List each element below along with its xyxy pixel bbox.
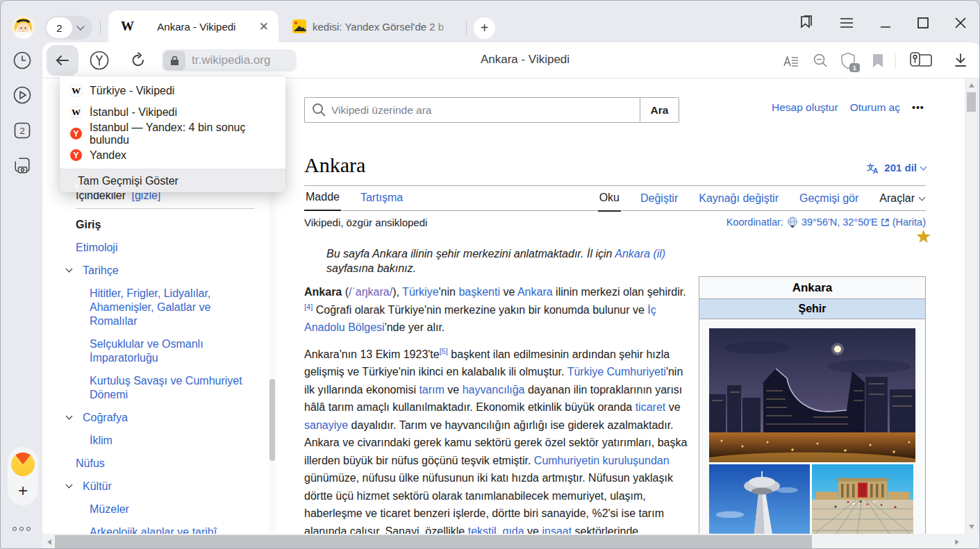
search-input[interactable] [304,97,640,123]
history-item-istanbul-yandex[interactable]: Y Istanbul — Yandex: 4 bin sonuç bulundu [60,123,285,144]
yandex-favicon-icon: Y [70,149,82,161]
toc-item-selcuklular[interactable]: Selçuklular ve Osmanlı İmparatorluğu [66,337,248,365]
sidebar-more-button[interactable] [1,521,42,534]
tab-oku[interactable]: Oku [598,192,621,212]
close-tab-icon[interactable]: ✕ [259,19,269,34]
refresh-icon [130,52,147,69]
yandex-favicon-icon: Y [70,128,82,140]
site-tagline: Vikipedi, özgür ansiklopedi [304,217,427,228]
chevron-down-icon[interactable] [66,482,73,489]
history-item-turkiye[interactable]: W Türkiye - Vikipedi [60,80,285,101]
coordinates: Koordinatlar: 39°56′N, 32°50′E (Harita) [726,217,926,228]
tab-degistir[interactable]: Değiştir [639,192,679,211]
login-link[interactable]: Oturum aç [850,101,900,114]
article-title: Ankara [304,153,926,177]
screenshot-sidebar-button[interactable] [13,155,32,175]
scroll-up-arrow[interactable] [965,80,977,91]
toc-item-hititler[interactable]: Hititler, Frigler, Lidyalılar, Ahamenişl… [66,287,248,328]
maximize-button[interactable] [915,15,931,31]
divider [466,21,467,35]
search-button[interactable]: Ara [640,97,679,123]
protect-shield-button[interactable]: 1 [836,51,860,70]
downloads-button[interactable] [949,51,972,70]
scrollbar-corner [965,534,980,549]
profile-avatar[interactable] [12,16,35,39]
dot-icon [26,527,31,531]
collections-button[interactable] [908,51,934,70]
anitkabir-mausoleum-image[interactable] [812,464,913,534]
bookmark-page-button[interactable] [867,51,888,70]
toc-item-muzeler[interactable]: Müzeler [66,502,248,516]
secure-badge[interactable] [163,51,185,70]
tab-araclar[interactable]: Araçlar [878,192,926,211]
tab-ankara-vikipedi[interactable]: W Ankara - Vikipedi ✕ [108,10,279,42]
address-bar[interactable]: tr.wikipedia.org [162,49,297,71]
toc-scrollbar[interactable] [269,189,276,534]
back-button[interactable] [47,45,78,76]
coordinates-value[interactable]: 39°56′N, 32°50′E [802,217,878,228]
translate-icon: 文 A [867,162,880,174]
history-item-istanbul-vikipedi[interactable]: W İstanbul - Vikipedi [60,101,285,123]
horizontal-scrollbar-thumb[interactable] [55,535,812,548]
divider [76,208,254,209]
create-account-link[interactable]: Hesap oluştur [772,101,838,114]
chevron-down-icon[interactable] [66,266,73,273]
tab-madde[interactable]: Madde [304,191,341,211]
chevron-down-icon[interactable] [66,413,73,420]
zoom-page-button[interactable] [809,51,831,70]
scroll-down-arrow[interactable] [965,521,977,532]
vertical-scrollbar[interactable] [965,78,977,534]
toc-item-kultur[interactable]: Kültür [66,480,240,493]
player-sidebar-button[interactable] [13,85,32,105]
tab-title: kedisi: Yandex Görsel'de 2 b [313,21,444,33]
refresh-button[interactable] [124,45,152,76]
scroll-left-arrow[interactable] [44,534,55,549]
browser-menu-button[interactable] [838,15,855,31]
tab-kaynagi-degistir[interactable]: Kaynağı değiştir [697,192,780,211]
add-app-button[interactable]: + [18,483,28,498]
toc-item-etimoloji[interactable]: Etimoloji [66,241,240,255]
toc-item-tarihce[interactable]: Tarihçe [66,264,240,278]
clock-history-icon [13,51,32,70]
article-body: Bu sayfa Ankara ilinin şehir merkezini a… [304,246,691,534]
ankara-skyline-night-image[interactable] [709,328,915,462]
browser-window: 2 W Ankara - Vikipedi ✕ kedisi: Yandex G… [0,0,980,549]
toc-item-arkeolojik[interactable]: Arkeolojik alanlar ve tarihî kalıntılar [66,525,248,534]
account-links: Hesap oluştur Oturum aç ••• [772,101,931,114]
toc-item-cografya[interactable]: Coğrafya [66,411,240,425]
yandex-mail-icon[interactable] [11,453,35,476]
atakule-tower-image[interactable] [709,464,810,534]
yandex-y-icon [89,50,110,71]
history-sidebar-button[interactable] [13,51,32,70]
close-window-button[interactable] [952,15,969,31]
minimize-button[interactable] [877,15,894,31]
tab-tartisma[interactable]: Tartışma [359,192,404,210]
tab-kedisi-yandex-gorsel[interactable]: kedisi: Yandex Görsel'de 2 b [280,10,462,42]
toc-item-nufus[interactable]: Nüfus [66,457,240,471]
minimize-icon [879,16,892,30]
language-selector[interactable]: 文 A 201 dil [867,162,926,174]
tab-title: Ankara - Vikipedi [134,21,259,33]
toc-scrollbar-thumb[interactable] [269,379,275,461]
globe-icon [787,217,798,228]
horizontal-scrollbar[interactable] [42,534,965,549]
reader-mode-button[interactable] [780,51,802,70]
more-options-icon[interactable]: ••• [912,102,924,113]
toc-item-kurtulus[interactable]: Kurtuluş Savaşı ve Cumhuriyet Dönemi [66,374,248,402]
show-full-history-item[interactable]: Tam Geçmişi Göster [60,169,285,192]
side-panel-button[interactable] [798,15,815,31]
url-text: tr.wikipedia.org [192,53,270,67]
toc-item-iklim[interactable]: İklim [66,434,248,448]
new-tab-button[interactable]: + [474,17,495,39]
history-item-yandex[interactable]: Y Yandex [60,144,285,166]
toc-item-giris[interactable]: Giriş [66,218,240,232]
tab-gecmisi-gor[interactable]: Geçmişi gör [798,192,860,211]
scroll-right-arrow[interactable] [952,534,963,549]
close-icon [954,16,967,30]
article-tabs: Madde Tartışma Oku Değiştir Kaynağı deği… [304,186,926,211]
yandex-services-button[interactable] [85,45,113,76]
vertical-scrollbar-thumb[interactable] [967,92,976,112]
tab-counter[interactable]: 2 [45,16,92,40]
play-icon [13,85,32,105]
tabs-panel-button[interactable]: 2 [13,121,32,140]
